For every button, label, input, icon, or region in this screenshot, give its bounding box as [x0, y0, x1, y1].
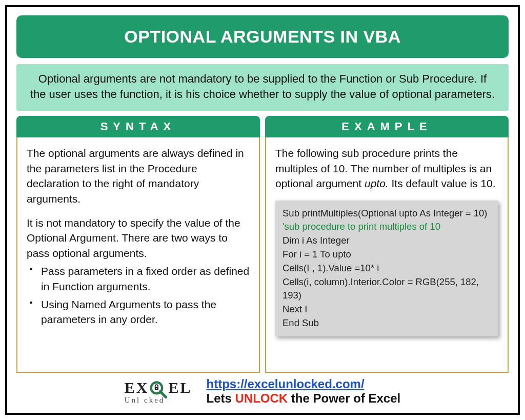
page-title: OPTIONAL ARGUMENTS IN VBA	[16, 15, 509, 58]
svg-line-1	[160, 391, 166, 397]
code-line: Cells(i, column).Interior.Color = RGB(25…	[282, 275, 491, 303]
syntax-header: SYNTAX	[16, 116, 260, 137]
syntax-para-1: The optional arguments are always define…	[27, 146, 250, 206]
code-line: Dim i As Integer	[282, 234, 491, 248]
code-line: Cells(I , 1).Value =10* i	[282, 262, 491, 275]
tag-b: the Power of Excel	[288, 391, 400, 405]
columns: SYNTAX The optional arguments are always…	[16, 116, 509, 373]
example-body: The following sub procedure prints the m…	[265, 137, 509, 373]
tag-a: Lets	[206, 391, 235, 405]
logo-part-b: EL	[168, 380, 192, 395]
code-line: For i = 1 To upto	[282, 248, 491, 262]
syntax-para-2: It is not mandatory to specify the value…	[27, 215, 250, 261]
footer-tagline: Lets UNLOCK the Power of Excel	[206, 391, 400, 406]
syntax-column: SYNTAX The optional arguments are always…	[16, 116, 260, 373]
code-line: Sub printMultiples(Optional upto As Inte…	[282, 207, 491, 221]
intro-box: Optional arguments are not mandatory to …	[16, 64, 509, 111]
example-text-b: Its default value is 10.	[389, 177, 496, 189]
list-item: Using Named Arguments to pass the parame…	[30, 297, 250, 327]
document-frame: OPTIONAL ARGUMENTS IN VBA Optional argum…	[5, 5, 520, 415]
example-header: EXAMPLE	[265, 116, 509, 137]
code-comment: 'sub procedure to print multiples of 10	[282, 220, 491, 234]
logo-text: EX EL	[125, 378, 192, 397]
code-line: Next I	[282, 303, 491, 316]
footer: EX EL Unl cked https://ex	[16, 377, 509, 408]
code-block: Sub printMultiples(Optional upto As Inte…	[275, 201, 498, 336]
logo: EX EL Unl cked	[125, 378, 192, 405]
tag-unlock: UNLOCK	[235, 391, 288, 405]
example-intro: The following sub procedure prints the m…	[275, 146, 498, 191]
magnifier-lock-icon	[149, 381, 168, 399]
syntax-bullets: Pass parameters in a fixed order as defi…	[27, 264, 250, 327]
footer-text: https://excelunlocked.com/ Lets UNLOCK t…	[206, 377, 400, 406]
logo-part-a: EX	[125, 380, 149, 395]
syntax-body: The optional arguments are always define…	[16, 137, 260, 373]
list-item: Pass parameters in a fixed order as defi…	[30, 264, 250, 294]
svg-point-3	[156, 388, 157, 389]
example-column: EXAMPLE The following sub procedure prin…	[265, 116, 509, 373]
footer-link[interactable]: https://excelunlocked.com/	[206, 377, 364, 391]
code-line: End Sub	[282, 316, 491, 330]
example-em: upto.	[365, 177, 389, 189]
